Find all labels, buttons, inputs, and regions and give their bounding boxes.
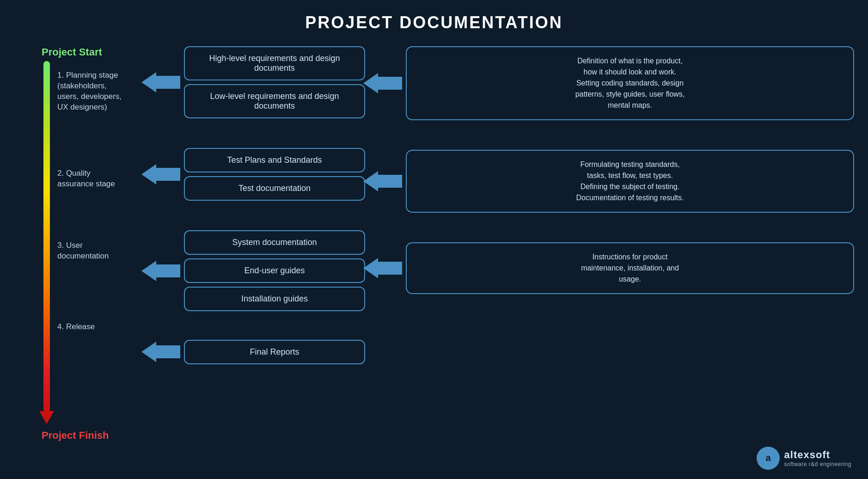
right-column: Definition of what is the product,how it…	[365, 42, 854, 302]
user-boxes: System documentation End-user guides Ins…	[184, 230, 365, 311]
doc-box-final-reports: Final Reports	[184, 340, 365, 364]
qa-arrow	[143, 160, 180, 188]
timeline-bar	[43, 61, 50, 412]
arrow-head-user-desc	[363, 258, 378, 278]
arrow-body-planning-desc	[378, 77, 402, 90]
doc-box-end-user-guides: End-user guides	[184, 258, 365, 283]
planning-boxes: High-level requirements and design docum…	[184, 46, 365, 118]
arrow-head-planning	[141, 72, 156, 92]
arrow-head-planning-desc	[363, 73, 378, 93]
stage-4-label: 4. Release	[57, 322, 122, 332]
planning-desc-arrow	[365, 69, 402, 97]
stage-2-label: 2. Quality assurance stage	[57, 168, 122, 190]
qa-desc-box: Formulating testing standards,tasks, tes…	[406, 150, 854, 213]
doc-box-high-level: High-level requirements and design docum…	[184, 46, 365, 80]
planning-group: High-level requirements and design docum…	[143, 46, 365, 118]
user-group: System documentation End-user guides Ins…	[143, 230, 365, 311]
logo-subtitle: software r&d engineering	[784, 461, 851, 467]
release-boxes: Final Reports	[184, 340, 365, 364]
doc-box-test-plans: Test Plans and Standards	[184, 148, 365, 172]
planning-desc-box: Definition of what is the product,how it…	[406, 46, 854, 120]
stage-1-label: 1. Planning stage (stakeholders, users, …	[57, 70, 122, 113]
arrow-head-qa-desc	[363, 171, 378, 191]
project-finish-label: Project Finish	[42, 430, 109, 442]
doc-box-low-level: Low-level requirements and design docume…	[184, 84, 365, 118]
left-column: Project Start 1. Planning stage (stakeho…	[14, 42, 143, 442]
user-desc-row: Instructions for productmaintenance, ins…	[365, 242, 854, 294]
logo-text: altexsoft software r&d engineering	[784, 449, 851, 467]
doc-box-system-docs: System documentation	[184, 230, 365, 255]
doc-box-install-guides: Installation guides	[184, 287, 365, 311]
svg-text:a: a	[765, 453, 771, 463]
middle-column: High-level requirements and design docum…	[143, 42, 365, 374]
logo-name: altexsoft	[784, 449, 851, 461]
arrow-head-user	[141, 261, 156, 281]
stage-3-label: 3. User documentation	[57, 240, 122, 262]
page-title: PROJECT DOCUMENTATION	[0, 0, 868, 42]
arrow-body-user-desc	[378, 262, 402, 275]
project-start-label: Project Start	[42, 46, 102, 58]
doc-box-test-docs: Test documentation	[184, 176, 365, 201]
logo-area: a altexsoft software r&d engineering	[757, 447, 851, 470]
qa-boxes: Test Plans and Standards Test documentat…	[184, 148, 365, 201]
arrow-body-user	[156, 264, 180, 277]
qa-desc-row: Formulating testing standards,tasks, tes…	[365, 150, 854, 213]
timeline-bar-wrap	[43, 61, 51, 424]
user-desc-arrow	[365, 254, 402, 282]
arrow-body-qa-desc	[378, 175, 402, 188]
qa-group: Test Plans and Standards Test documentat…	[143, 148, 365, 201]
arrow-head-release	[141, 342, 156, 362]
user-arrow	[143, 257, 180, 285]
stages-column: 1. Planning stage (stakeholders, users, …	[57, 61, 122, 332]
planning-desc-row: Definition of what is the product,how it…	[365, 46, 854, 120]
arrow-body-planning	[156, 76, 180, 89]
arrow-body-release	[156, 345, 180, 358]
qa-desc-arrow	[365, 167, 402, 195]
release-arrow	[143, 338, 180, 366]
timeline-arrow	[39, 411, 54, 424]
arrow-head-qa	[141, 164, 156, 184]
logo-icon: a	[757, 447, 780, 470]
arrow-body-qa	[156, 168, 180, 181]
altexsoft-icon: a	[760, 450, 776, 467]
planning-arrow	[143, 68, 180, 96]
user-desc-box: Instructions for productmaintenance, ins…	[406, 242, 854, 294]
release-group: Final Reports	[143, 338, 365, 366]
